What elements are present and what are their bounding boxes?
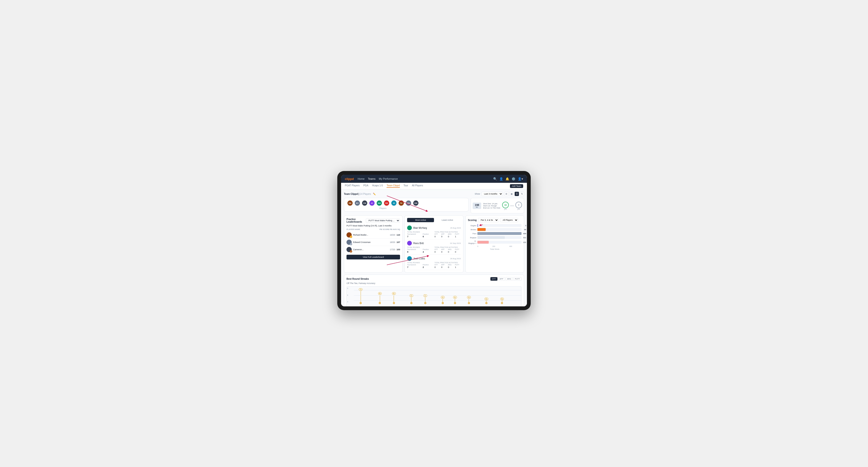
- avatar-5[interactable]: BM: [376, 200, 382, 206]
- nav-links: Home Teams My Performance: [358, 177, 493, 180]
- add-team-button[interactable]: Add Team: [510, 184, 523, 188]
- nav-link-teams[interactable]: Teams: [368, 177, 375, 180]
- streak-dot-container: 3x: [485, 298, 488, 304]
- streak-dot-container: 6x: [378, 292, 382, 304]
- streak-dot-container: 4x: [453, 296, 457, 304]
- practice-acts-group-3: Total Practice Activities OTT APP ARG PU…: [434, 262, 461, 269]
- avatar-10[interactable]: SW: [413, 200, 419, 206]
- streaks-tab-arg[interactable]: ARG: [505, 277, 513, 281]
- players-avatars-row: RB EC CM JC BM RB JD TK MH SW: [347, 200, 419, 206]
- activity-avatar-3: [407, 256, 412, 261]
- scoring-filter-players[interactable]: All Players: [500, 218, 518, 222]
- nav-link-performance[interactable]: My Performance: [379, 177, 398, 180]
- y-axis: 8 6 4: [347, 286, 354, 304]
- streaks-tab-ott[interactable]: OTT: [490, 277, 497, 281]
- practice-acts-vals-2: OTT APP ARG PUTT 0 0 0 0: [434, 249, 461, 253]
- edit-icon[interactable]: ✏️: [373, 193, 376, 195]
- sub-nav-all-players[interactable]: All Players: [412, 184, 423, 188]
- drill-subtitle: PUTT Must Make Putting (3-6 ft), Last 3 …: [346, 224, 400, 227]
- shot-circle-2: 0: [516, 201, 522, 208]
- activity-name-2: Rees Britt: [413, 242, 448, 245]
- activity-player-2-header: Rees Britt 02 Sep 2023: [407, 241, 461, 246]
- col-score: PB SCORE: [379, 228, 390, 230]
- practice-acts-vals-1: OTT APP ARG PUTT 0 0 0 1: [434, 233, 461, 238]
- sub-nav-pga[interactable]: PGA: [363, 184, 368, 188]
- scoring-filter-par[interactable]: Par 3, 4 & 5s: [478, 218, 499, 222]
- users-icon[interactable]: 👤: [499, 177, 503, 181]
- avatar-6[interactable]: RB: [383, 200, 390, 206]
- streak-dot-container: 4x: [441, 296, 445, 304]
- avatar-4[interactable]: JC: [369, 200, 375, 206]
- nav-link-home[interactable]: Home: [358, 177, 365, 180]
- view-icons: ⊞ ▦ ☰ ⇅: [504, 192, 524, 196]
- streaks-tabs: OTT APP ARG PUTT: [490, 277, 522, 281]
- player-avatar-wrapper-3: 3: [346, 247, 352, 252]
- grid-lg-icon[interactable]: ▦: [509, 192, 514, 196]
- show-select[interactable]: Last 3 months: [482, 192, 503, 196]
- streaks-tab-app[interactable]: APP: [498, 277, 505, 281]
- bar-row-bogeys: Bogeys 311: [468, 236, 522, 239]
- streak-dot-container: 4x: [467, 296, 471, 304]
- view-leaderboard-button[interactable]: View Full Leaderboard: [346, 255, 400, 259]
- shot-card: 198 SC Shot Dist: 14 yds Start Lie: Roug…: [470, 198, 524, 214]
- sub-nav-team-clippd[interactable]: Team Clippd: [386, 184, 400, 188]
- sub-nav-tour[interactable]: Tour: [404, 184, 408, 188]
- avatar-1[interactable]: RB: [347, 200, 353, 206]
- players-label: Players: [347, 207, 419, 210]
- tablet-frame: clippd Home Teams My Performance 🔍 👤 🔔 ⚙…: [337, 171, 531, 310]
- avatar-8[interactable]: TK: [398, 200, 404, 206]
- player-name-1: Richard Butler...: [353, 234, 389, 236]
- bar-row-eagles: Eagles 3: [468, 224, 522, 227]
- practice-acts-vals-3: OTT APP ARG PUTT 0 0 0 1: [434, 264, 461, 269]
- settings-icon[interactable]: ⚙️: [512, 177, 516, 181]
- drill-select[interactable]: PUTT Must Make Putting ...: [366, 218, 400, 223]
- search-icon[interactable]: 🔍: [493, 177, 497, 181]
- leaderboard-header: Practice Leaderboards PUTT Must Make Put…: [346, 218, 400, 223]
- player-row-3: 3 Cameron... 17/20 103: [346, 246, 400, 253]
- bar-chart: Eagles 3 Birdies 96 Pars 499 Bogeys 311 …: [468, 224, 522, 244]
- activity-card: Most Active Least Active Blair McHarg 26…: [404, 215, 463, 273]
- player-score-3: 17/20: [390, 248, 395, 251]
- streak-dot-container: 6x: [392, 292, 396, 304]
- activity-date-3: 26 Aug 2023: [450, 257, 461, 260]
- leaderboard-title: Practice Leaderboards: [346, 218, 366, 223]
- players-row: RB EC CM JC BM RB JD TK MH SW: [344, 198, 469, 212]
- scoring-header: Scoring Par 3, 4 & 5s All Players: [468, 218, 522, 222]
- player-score-1: 19/20: [390, 234, 395, 236]
- activity-date-1: 26 Aug 2023: [450, 227, 461, 229]
- players-and-shot: RB EC CM JC BM RB JD TK MH SW: [344, 198, 524, 214]
- grid-sm-icon[interactable]: ⊞: [504, 192, 508, 196]
- activity-stats-3: Total Rounds Tournament Practice 7 2: [407, 262, 461, 269]
- player-avg-2: 107: [397, 241, 400, 243]
- avatar-icon[interactable]: 👤▾: [518, 177, 523, 181]
- activity-name-1: Blair McHarg: [413, 227, 448, 229]
- activity-avatar-1: [407, 225, 412, 230]
- avatar-2[interactable]: EC: [354, 200, 361, 206]
- show-controls: Show Last 3 months ⊞ ▦ ☰ ⇅: [474, 192, 524, 196]
- list-icon[interactable]: ☰: [515, 192, 519, 196]
- bell-icon[interactable]: 🔔: [505, 177, 509, 181]
- rounds-group-1: Total Rounds Tournament Practice 7 6: [407, 231, 434, 238]
- avatar-3[interactable]: CM: [362, 200, 368, 206]
- rounds-group-2: Total Rounds Tournament Practice 8 4: [407, 247, 434, 253]
- activity-player-1-header: Blair McHarg 26 Aug 2023: [407, 225, 461, 230]
- avatar-7[interactable]: JD: [391, 200, 397, 206]
- rounds-sub-3: Tournament Practice 7 2: [407, 264, 434, 269]
- rounds-label-1: Total Rounds: [407, 231, 434, 233]
- filter-icon[interactable]: ⇅: [520, 192, 524, 196]
- sub-nav-hcaps[interactable]: Hcaps 1-5: [372, 184, 383, 188]
- activity-stats-1: Total Rounds Tournament Practice 7 6: [407, 231, 461, 238]
- streaks-header: Best Round Streaks OTT APP ARG PUTT: [346, 277, 522, 281]
- tab-most-active[interactable]: Most Active: [407, 218, 434, 222]
- avatar-9[interactable]: MH: [405, 200, 412, 206]
- streaks-title: Best Round Streaks: [346, 278, 369, 280]
- bar-row-d.-bogeys-+: D. Bogeys + 131: [468, 240, 522, 244]
- bar-chart-footer: 0 200 400: [468, 246, 522, 247]
- streaks-section: Best Round Streaks OTT APP ARG PUTT Off …: [344, 275, 524, 306]
- streaks-tab-putt[interactable]: PUTT: [513, 277, 522, 281]
- sub-nav-pgat[interactable]: PGAT Players: [345, 184, 360, 188]
- rounds-sub-2: Tournament Practice 8 4: [407, 249, 434, 253]
- rank-badge-1: 1: [350, 236, 352, 238]
- practice-acts-label-1: Total Practice Activities: [434, 231, 461, 233]
- tab-least-active[interactable]: Least Active: [434, 218, 461, 222]
